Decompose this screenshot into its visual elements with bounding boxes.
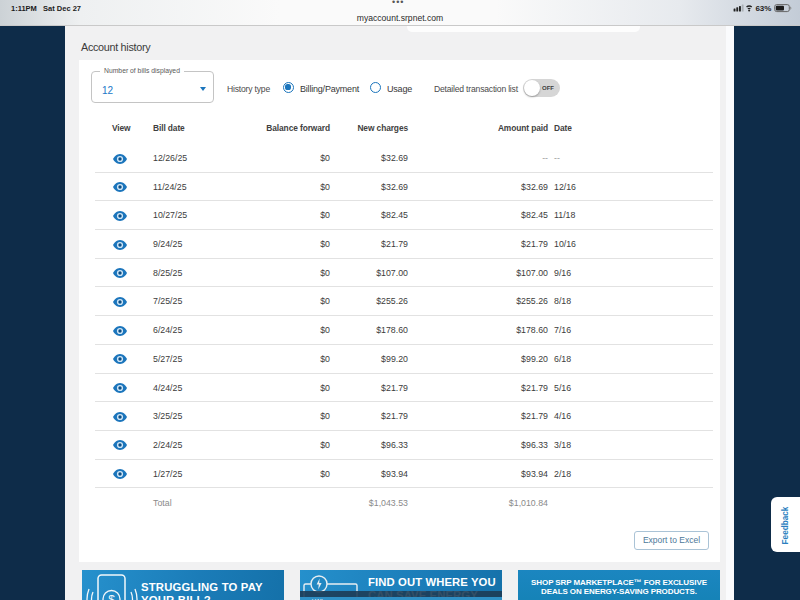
svg-text:63%: 63% (755, 4, 771, 13)
svg-text:$: $ (108, 593, 115, 600)
